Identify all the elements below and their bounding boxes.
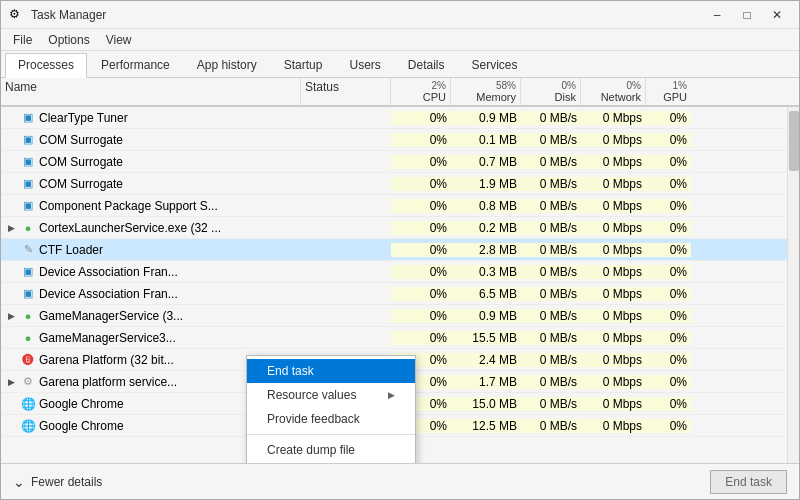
menu-options[interactable]: Options [40,31,97,49]
expand-icon [5,178,17,190]
process-name: GameManagerService3... [39,331,176,345]
process-mem: 6.5 MB [451,287,521,301]
expand-icon [5,112,17,124]
process-gpu: 0% [646,287,691,301]
process-name: Garena Platform (32 bit... [39,353,174,367]
context-menu-provide-feedback[interactable]: Provide feedback [247,407,415,431]
process-gpu: 0% [646,331,691,345]
menu-view[interactable]: View [98,31,140,49]
scrollbar[interactable] [787,107,799,463]
process-gpu: 0% [646,133,691,147]
process-icon: ▣ [21,265,35,279]
process-gpu: 0% [646,155,691,169]
process-icon: ▣ [21,177,35,191]
process-cpu: 0% [391,265,451,279]
expand-icon [5,288,17,300]
process-net: 0 Mbps [581,397,646,411]
process-icon: ▣ [21,199,35,213]
end-task-button[interactable]: End task [710,470,787,494]
window-controls: – □ ✕ [703,5,791,25]
table-row[interactable]: ▶ ● GameManagerService (3... 0% 0.9 MB 0… [1,305,799,327]
table-row[interactable]: ▣ COM Surrogate 0% 1.9 MB 0 MB/s 0 Mbps … [1,173,799,195]
col-header-network[interactable]: 0% Network [581,78,646,105]
menu-file[interactable]: File [5,31,40,49]
context-item-label: Provide feedback [267,412,360,426]
table-row[interactable]: ▣ Device Association Fran... 0% 0.3 MB 0… [1,261,799,283]
process-gpu: 0% [646,265,691,279]
process-net: 0 Mbps [581,221,646,235]
scrollbar-thumb[interactable] [789,111,799,171]
process-net: 0 Mbps [581,287,646,301]
process-gpu: 0% [646,419,691,433]
context-item-label: Resource values [267,388,356,402]
expand-icon [5,156,17,168]
col-header-status[interactable]: Status [301,78,391,105]
process-mem: 0.9 MB [451,111,521,125]
table-row[interactable]: ▣ COM Surrogate 0% 0.1 MB 0 MB/s 0 Mbps … [1,129,799,151]
process-disk: 0 MB/s [521,265,581,279]
process-disk: 0 MB/s [521,397,581,411]
process-mem: 2.4 MB [451,353,521,367]
col-header-disk[interactable]: 0% Disk [521,78,581,105]
context-menu-go-to-details[interactable]: Go to details [247,462,415,463]
process-name: Garena platform service... [39,375,177,389]
process-disk: 0 MB/s [521,419,581,433]
context-item-label: End task [267,364,314,378]
submenu-arrow-icon: ▶ [388,390,395,400]
table-row[interactable]: ▣ Component Package Support S... 0% 0.8 … [1,195,799,217]
context-menu-resource-values[interactable]: Resource values ▶ [247,383,415,407]
process-name: Device Association Fran... [39,265,178,279]
process-icon: ● [21,309,35,323]
title-bar: ⚙ Task Manager – □ ✕ [1,1,799,29]
task-manager-window: ⚙ Task Manager – □ ✕ File Options View P… [0,0,800,500]
close-button[interactable]: ✕ [763,5,791,25]
process-net: 0 Mbps [581,353,646,367]
tab-app-history[interactable]: App history [184,53,270,77]
process-disk: 0 MB/s [521,287,581,301]
context-menu-end-task[interactable]: End task [247,359,415,383]
process-cpu: 0% [391,287,451,301]
process-name: GameManagerService (3... [39,309,183,323]
process-mem: 0.7 MB [451,155,521,169]
col-header-cpu[interactable]: 2% CPU [391,78,451,105]
process-disk: 0 MB/s [521,331,581,345]
process-icon: 🅖 [21,353,35,367]
col-header-memory[interactable]: 58% Memory [451,78,521,105]
process-net: 0 Mbps [581,111,646,125]
col-header-name[interactable]: Name [1,78,301,105]
expand-icon [5,134,17,146]
tab-services[interactable]: Services [459,53,531,77]
expand-icon [5,420,17,432]
menu-bar: File Options View [1,29,799,51]
process-disk: 0 MB/s [521,375,581,389]
process-cpu: 0% [391,243,451,257]
process-cpu: 0% [391,155,451,169]
col-header-gpu[interactable]: 1% GPU [646,78,691,105]
tab-details[interactable]: Details [395,53,458,77]
table-row[interactable]: ▶ ● CortexLauncherService.exe (32 ... 0%… [1,217,799,239]
process-net: 0 Mbps [581,155,646,169]
context-menu-create-dump[interactable]: Create dump file [247,438,415,462]
process-name: CTF Loader [39,243,103,257]
tab-performance[interactable]: Performance [88,53,183,77]
table-row[interactable]: ✎ CTF Loader 0% 2.8 MB 0 MB/s 0 Mbps 0% [1,239,799,261]
minimize-button[interactable]: – [703,5,731,25]
tab-processes[interactable]: Processes [5,53,87,78]
process-name: Device Association Fran... [39,287,178,301]
context-item-label: Create dump file [267,443,355,457]
tab-users[interactable]: Users [336,53,393,77]
table-row[interactable]: ▣ Device Association Fran... 0% 6.5 MB 0… [1,283,799,305]
maximize-button[interactable]: □ [733,5,761,25]
process-mem: 0.9 MB [451,309,521,323]
table-row[interactable]: ▣ COM Surrogate 0% 0.7 MB 0 MB/s 0 Mbps … [1,151,799,173]
process-mem: 0.1 MB [451,133,521,147]
fewer-details-button[interactable]: ⌄ Fewer details [13,474,102,490]
table-row[interactable]: ● GameManagerService3... 0% 15.5 MB 0 MB… [1,327,799,349]
tab-bar: Processes Performance App history Startu… [1,51,799,78]
expand-icon: ▶ [5,376,17,388]
process-name: Component Package Support S... [39,199,218,213]
expand-icon [5,200,17,212]
window-title: Task Manager [31,8,703,22]
table-row[interactable]: ▣ ClearType Tuner 0% 0.9 MB 0 MB/s 0 Mbp… [1,107,799,129]
tab-startup[interactable]: Startup [271,53,336,77]
